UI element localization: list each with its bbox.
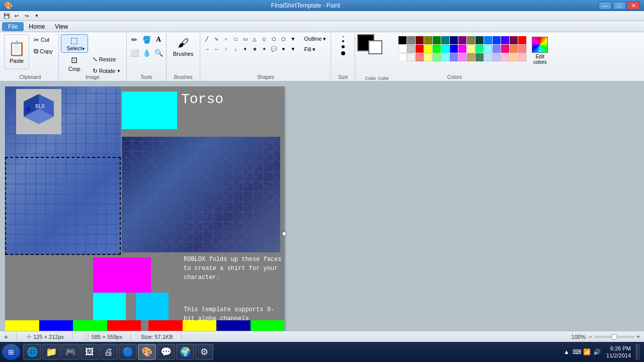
- paste-button[interactable]: 📋 Paste: [4, 34, 29, 69]
- palette-cell[interactable]: [433, 36, 441, 44]
- palette-cell[interactable]: [510, 53, 518, 61]
- palette-cell[interactable]: [484, 45, 492, 53]
- taskbar-app10[interactable]: ⚙: [195, 344, 213, 360]
- tray-keyboard[interactable]: ⌨: [572, 347, 581, 356]
- palette-cell[interactable]: [518, 45, 526, 53]
- system-clock[interactable]: 6:26 PM 11/2/2014: [603, 345, 634, 359]
- color2-swatch[interactable]: [368, 40, 382, 54]
- palette-cell[interactable]: [501, 36, 509, 44]
- show-desktop-btn[interactable]: [636, 344, 640, 360]
- palette-cell[interactable]: [475, 36, 484, 44]
- shape-oval[interactable]: ○: [221, 34, 230, 43]
- palette-cell[interactable]: [458, 36, 466, 44]
- palette-cell[interactable]: [475, 53, 484, 61]
- canvas-area[interactable]: Torso R BLX RO: [0, 81, 644, 331]
- shape-more[interactable]: ▼: [288, 34, 297, 43]
- shape-arrow-u[interactable]: ↑: [221, 45, 230, 54]
- palette-cell[interactable]: [475, 45, 484, 53]
- palette-cell[interactable]: [467, 53, 475, 61]
- shape-star5[interactable]: ★: [250, 45, 259, 54]
- shape-more2[interactable]: ▼: [288, 45, 297, 54]
- tray-sound[interactable]: 🔊: [592, 347, 601, 356]
- menu-file[interactable]: File: [2, 22, 24, 31]
- palette-cell[interactable]: [416, 45, 424, 53]
- palette-cell[interactable]: [467, 45, 475, 53]
- fill-tool[interactable]: 🪣: [141, 34, 152, 45]
- undo-quick-btn[interactable]: ↩: [12, 12, 21, 20]
- shape-curve[interactable]: ∿: [212, 34, 221, 43]
- qa-dropdown-btn[interactable]: ▼: [32, 12, 41, 20]
- fill-button[interactable]: Fill ▾: [301, 45, 329, 54]
- tray-network[interactable]: 📶: [582, 347, 591, 356]
- shape-triangle[interactable]: △: [250, 34, 259, 43]
- palette-cell[interactable]: [407, 45, 415, 53]
- minimize-button[interactable]: —: [599, 2, 612, 10]
- shape-pentagon[interactable]: ⬠: [269, 34, 278, 43]
- size-dot-4[interactable]: [341, 51, 345, 55]
- taskbar-chrome[interactable]: 🌍: [176, 344, 194, 360]
- eraser-tool[interactable]: ⬜: [129, 47, 140, 58]
- palette-cell[interactable]: [407, 36, 415, 44]
- paint-canvas[interactable]: Torso R BLX RO: [5, 86, 284, 331]
- palette-cell[interactable]: [501, 45, 509, 53]
- pencil-tool[interactable]: ✏: [129, 34, 140, 45]
- shape-rect[interactable]: □: [231, 34, 240, 43]
- crop-button[interactable]: ⊡ Crop: [61, 54, 88, 76]
- taskbar-files[interactable]: 📁: [42, 344, 60, 360]
- palette-cell[interactable]: [467, 36, 475, 44]
- shape-star6[interactable]: ✶: [260, 45, 269, 54]
- start-button[interactable]: ⊞: [2, 344, 20, 360]
- select-button[interactable]: ⬚ Select ▼: [61, 34, 88, 53]
- add-icon[interactable]: +: [4, 333, 8, 341]
- picker-tool[interactable]: 💧: [141, 47, 152, 58]
- zoom-tool[interactable]: 🔍: [153, 47, 164, 58]
- copy-button[interactable]: ⧉ Copy: [30, 46, 56, 57]
- palette-cell[interactable]: [501, 53, 509, 61]
- zoom-in-btn[interactable]: +: [636, 333, 640, 340]
- taskbar-explorer[interactable]: 🌐: [23, 344, 41, 360]
- shape-arrow-l[interactable]: ←: [212, 45, 221, 54]
- palette-cell[interactable]: [433, 45, 441, 53]
- palette-cell[interactable]: [450, 53, 458, 61]
- palette-cell[interactable]: [518, 36, 526, 44]
- taskbar-paint[interactable]: 🎨: [138, 344, 156, 360]
- brushes-button[interactable]: 🖌 Brushes: [169, 34, 198, 59]
- palette-cell[interactable]: [416, 36, 424, 44]
- palette-cell[interactable]: [510, 36, 518, 44]
- cut-button[interactable]: ✂ Cut: [30, 34, 56, 45]
- palette-cell[interactable]: [484, 53, 492, 61]
- shape-diamond[interactable]: ◇: [260, 34, 269, 43]
- save-quick-btn[interactable]: 💾: [2, 12, 11, 20]
- zoom-out-btn[interactable]: −: [589, 333, 592, 340]
- size-dot-3[interactable]: [342, 45, 345, 48]
- palette-cell[interactable]: [458, 45, 466, 53]
- size-dot-2[interactable]: [342, 40, 344, 42]
- redo-quick-btn[interactable]: ↪: [22, 12, 31, 20]
- canvas-right-handle[interactable]: [282, 232, 286, 236]
- taskbar-steam[interactable]: 🎮: [61, 344, 79, 360]
- palette-cell[interactable]: [450, 45, 458, 53]
- menu-home[interactable]: Home: [24, 22, 50, 31]
- palette-cell[interactable]: [398, 36, 407, 44]
- menu-view[interactable]: View: [50, 22, 73, 31]
- palette-cell[interactable]: [450, 36, 458, 44]
- palette-cell[interactable]: [424, 53, 432, 61]
- taskbar-roblox[interactable]: 🔵: [119, 344, 137, 360]
- palette-cell[interactable]: [441, 53, 449, 61]
- close-button[interactable]: ✕: [627, 2, 640, 10]
- taskbar-app4[interactable]: 🖼: [80, 344, 99, 360]
- edit-colors-button[interactable]: Edit colors: [528, 34, 551, 66]
- palette-cell[interactable]: [441, 36, 449, 44]
- taskbar-skype[interactable]: 💬: [157, 344, 175, 360]
- palette-cell[interactable]: [493, 53, 501, 61]
- palette-cell[interactable]: [518, 53, 526, 61]
- shape-arrow-d[interactable]: ↓: [231, 45, 240, 54]
- text-tool[interactable]: A: [153, 34, 164, 45]
- palette-cell[interactable]: [416, 53, 424, 61]
- maximize-button[interactable]: □: [613, 2, 626, 10]
- shape-roundrect[interactable]: ▭: [240, 34, 250, 43]
- palette-cell[interactable]: [493, 36, 501, 44]
- palette-cell[interactable]: [433, 53, 441, 61]
- palette-cell[interactable]: [458, 53, 466, 61]
- size-dot-1[interactable]: [343, 36, 344, 37]
